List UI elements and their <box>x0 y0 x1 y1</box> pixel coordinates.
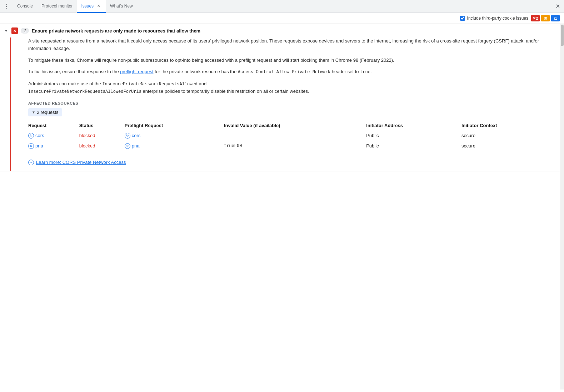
issue-description: A site requested a resource from a netwo… <box>28 37 554 95</box>
row1-initiator-address: Public <box>366 130 461 141</box>
issue-title: Ensure private network requests are only… <box>32 28 200 34</box>
requests-table: Request Status Preflight Request Invalid… <box>28 121 554 151</box>
row1-preflight-label: cors <box>132 133 141 138</box>
row2-request-link[interactable]: ↻ pna <box>28 143 43 149</box>
warning-badge[interactable]: ! 0 <box>541 15 550 21</box>
row2-request: ↻ pna <box>28 141 79 151</box>
table-body: ↻ cors blocked ↻ <box>28 130 554 151</box>
error-badge[interactable]: ✕ 2 <box>531 15 540 21</box>
request-icon: ↻ <box>28 133 34 139</box>
col-invalid-value: Invalid Value (if available) <box>224 121 366 130</box>
table-row: ↻ pna blocked ↻ <box>28 141 554 151</box>
issues-panel[interactable]: ▼ ✕ 2 Ensure private network requests ar… <box>0 24 560 390</box>
col-initiator-context: Initiator Context <box>461 121 554 130</box>
row1-preflight: ↻ cors <box>125 130 224 141</box>
tab-issues[interactable]: Issues ✕ <box>77 0 106 13</box>
row2-status-label: blocked <box>79 143 95 149</box>
tab-whats-new-label: What's New <box>110 4 133 9</box>
learn-more-link[interactable]: → Learn more: CORS Private Network Acces… <box>28 160 554 165</box>
para3-after2: header set to <box>330 69 360 74</box>
para4-after: and <box>198 81 206 86</box>
row1-invalid-value <box>224 130 366 141</box>
include-third-party-checkbox[interactable] <box>460 16 465 21</box>
learn-more-label: Learn more: CORS Private Network Access <box>36 160 126 165</box>
row1-preflight-link[interactable]: ↻ cors <box>125 133 141 139</box>
para3-after: for the private network resource has the <box>154 69 238 74</box>
toolbar: Include third-party cookie issues ✕ 2 ! … <box>0 13 564 24</box>
row2-initiator-context: secure <box>461 141 554 151</box>
badge-group: ✕ 2 ! 0 i 1 <box>531 15 560 21</box>
include-third-party-label[interactable]: Include third-party cookie issues <box>460 16 528 21</box>
para3-before: To fix this issue, ensure that response … <box>28 69 120 74</box>
row2-preflight-label: pna <box>132 143 140 149</box>
row2-request-label: pna <box>35 143 43 149</box>
preflight-request-link[interactable]: preflight request <box>120 69 153 74</box>
tab-console-label: Console <box>17 4 33 9</box>
row2-invalid-value-code: trueF00 <box>224 144 242 149</box>
warning-count: 0 <box>545 16 547 20</box>
requests-toggle-chevron-icon: ▼ <box>32 110 35 114</box>
issue-body: A site requested a resource from a netwo… <box>10 37 560 171</box>
issue-paragraph-2: To mitigate these risks, Chrome will req… <box>28 57 554 64</box>
para4-end: enterprise policies to temporarily disab… <box>141 89 309 94</box>
table-header-row: Request Status Preflight Request Invalid… <box>28 121 554 130</box>
scrollbar[interactable] <box>560 24 564 390</box>
table-row: ↻ cors blocked ↻ <box>28 130 554 141</box>
tab-whats-new[interactable]: What's New <box>106 0 137 13</box>
close-devtools-button[interactable]: ✕ <box>553 1 563 11</box>
para4-code1: InsecurePrivateNetworkRequestsAllowed <box>102 82 197 87</box>
row2-invalid-value: trueF00 <box>224 141 366 151</box>
preflight-icon: ↻ <box>125 133 130 139</box>
para3-code2: true <box>360 70 370 75</box>
table-head: Request Status Preflight Request Invalid… <box>28 121 554 130</box>
row1-request: ↻ cors <box>28 130 79 141</box>
row1-initiator-context: secure <box>461 130 554 141</box>
col-status: Status <box>79 121 125 130</box>
affected-resources-title: AFFECTED RESOURCES <box>28 101 554 105</box>
issue-header[interactable]: ▼ ✕ 2 Ensure private network requests ar… <box>0 24 560 37</box>
tab-issues-label: Issues <box>81 4 94 9</box>
learn-more-arrow-icon: → <box>28 160 34 165</box>
tab-protocol-monitor[interactable]: Protocol monitor <box>37 0 77 13</box>
request-icon: ↻ <box>28 143 34 149</box>
issue-count-badge: 2 <box>21 28 29 34</box>
row1-status-label: blocked <box>79 133 95 138</box>
row1-request-label: cors <box>35 133 44 138</box>
row1-request-link[interactable]: ↻ cors <box>28 133 44 139</box>
col-request: Request <box>28 121 79 130</box>
error-icon: ✕ <box>11 27 18 34</box>
tab-protocol-monitor-label: Protocol monitor <box>41 4 73 9</box>
info-count: 1 <box>555 16 557 20</box>
scrollbar-thumb[interactable] <box>561 25 564 46</box>
para4-code2: InsecurePrivateNetworkRequestsAllowedFor… <box>28 89 141 94</box>
more-tabs-button[interactable]: ⋮ <box>1 1 11 11</box>
para3-end: . <box>370 69 372 74</box>
close-issues-tab-button[interactable]: ✕ <box>96 3 101 9</box>
issue-chevron-icon: ▼ <box>4 29 9 33</box>
row2-initiator-address: Public <box>366 141 461 151</box>
issue-paragraph-4: Administrators can make use of the Insec… <box>28 80 554 95</box>
include-third-party-text: Include third-party cookie issues <box>467 16 528 21</box>
info-badge[interactable]: i 1 <box>551 15 560 21</box>
issue-group: ▼ ✕ 2 Ensure private network requests ar… <box>0 24 560 171</box>
main-content: ▼ ✕ 2 Ensure private network requests ar… <box>0 24 564 390</box>
para3-code1: Access-Control-Allow-Private-Network <box>238 70 330 75</box>
tab-console[interactable]: Console <box>13 0 37 13</box>
affected-resources: AFFECTED RESOURCES ▼ 2 requests Request … <box>28 101 554 165</box>
error-icon: ✕ <box>533 16 536 21</box>
col-initiator-address: Initiator Address <box>366 121 461 130</box>
row2-preflight: ↻ pna <box>125 141 224 151</box>
error-count: 2 <box>536 16 538 20</box>
issue-paragraph-1: A site requested a resource from a netwo… <box>28 37 554 52</box>
row1-status: blocked <box>79 130 125 141</box>
para4-before: Administrators can make use of the <box>28 81 102 86</box>
issue-paragraph-3: To fix this issue, ensure that response … <box>28 68 554 76</box>
requests-toggle-label: 2 requests <box>37 110 59 115</box>
requests-toggle[interactable]: ▼ 2 requests <box>28 108 62 116</box>
preflight-icon: ↻ <box>125 143 130 149</box>
col-preflight: Preflight Request <box>125 121 224 130</box>
row2-preflight-link[interactable]: ↻ pna <box>125 143 140 149</box>
tab-bar: ⋮ Console Protocol monitor Issues ✕ What… <box>0 0 564 13</box>
row2-status: blocked <box>79 141 125 151</box>
